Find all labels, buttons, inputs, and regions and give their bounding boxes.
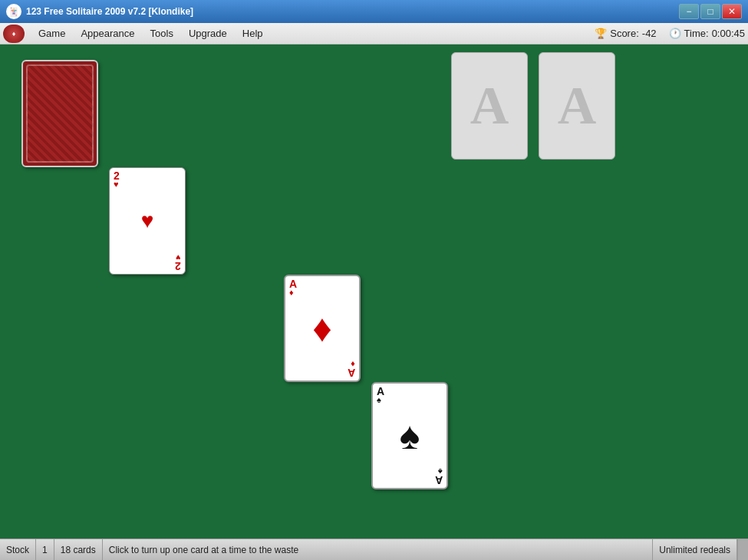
titlebar-left: 🃏 123 Free Solitaire 2009 v7.2 [Klondike… <box>6 4 193 19</box>
suit-bot: ♠ <box>438 467 443 476</box>
stock-status: Stock <box>0 539 36 560</box>
trophy-icon: 🏆 <box>595 28 607 39</box>
suit-center: ♠ <box>400 413 420 458</box>
suit-bot: ♦ <box>351 360 355 368</box>
menu-game[interactable]: Game <box>31 25 73 42</box>
minimize-button[interactable]: − <box>679 4 699 19</box>
menubar: ♦ Game Appearance Tools Upgrade Help 🏆 S… <box>0 23 748 44</box>
maximize-button[interactable]: □ <box>700 4 720 19</box>
window-title: 123 Free Solitaire 2009 v7.2 [Klondike] <box>26 6 193 17</box>
score-label: Score: <box>610 28 639 39</box>
foundation-empty-a: A <box>470 75 509 137</box>
score-area: 🏆 Score: -42 🕐 Time: 0:00:45 <box>595 28 745 39</box>
time-label: Time: <box>684 28 709 39</box>
foundation-2-ace-spades[interactable]: A ♠ ♠ A ♠ <box>371 382 448 489</box>
suit-top: ♥ <box>114 180 119 189</box>
foundation-3-empty[interactable]: A <box>451 52 528 160</box>
waste-card-2h[interactable]: 2 ♥ ♥ 2 ♥ <box>109 167 186 275</box>
hint-status: Click to turn up one card at a time to t… <box>103 539 654 560</box>
score-value: -42 <box>642 28 657 39</box>
suit-top: ♠ <box>377 396 381 404</box>
card-count-status: 18 cards <box>54 539 103 560</box>
resize-grip[interactable] <box>737 539 748 561</box>
close-button[interactable]: ✕ <box>722 4 742 19</box>
stock-pile[interactable] <box>21 60 98 167</box>
stock-count-status: 1 <box>36 539 54 560</box>
suit-center: ♦ <box>312 306 332 351</box>
stock-count-value: 1 <box>42 545 48 555</box>
clock-icon: 🕐 <box>669 28 681 39</box>
rank-bot: A <box>348 367 355 378</box>
menu-tools[interactable]: Tools <box>143 25 181 42</box>
suit-center: ♥ <box>141 209 154 233</box>
titlebar: 🃏 123 Free Solitaire 2009 v7.2 [Klondike… <box>0 0 748 23</box>
stock-label: Stock <box>6 545 29 555</box>
hint-text: Click to turn up one card at a time to t… <box>109 545 298 555</box>
titlebar-buttons: − □ ✕ <box>679 4 742 19</box>
redeal-status: Unlimited redeals <box>653 539 737 560</box>
foundation-1-ace-diamonds[interactable]: A ♦ ♦ A ♦ <box>284 275 361 382</box>
card-count-value: 18 cards <box>61 545 96 555</box>
redeal-text: Unlimited redeals <box>659 545 730 555</box>
rank-bot: 2 <box>175 261 181 272</box>
score-block: 🏆 Score: -42 <box>595 28 656 39</box>
foundation-4-empty[interactable]: A <box>539 52 615 160</box>
time-value: 0:00:45 <box>712 28 745 39</box>
time-block: 🕐 Time: 0:00:45 <box>669 28 745 39</box>
menu-appearance[interactable]: Appearance <box>73 25 142 42</box>
app-logo: ♦ <box>3 25 25 43</box>
menu-help[interactable]: Help <box>235 25 271 42</box>
game-area[interactable]: 2 ♥ ♥ 2 ♥ A ♦ ♦ A ♦ A ♠ ♠ A ♠ A A K ♠ <box>0 44 748 539</box>
foundation-empty-a2: A <box>558 75 597 137</box>
statusbar: Stock 1 18 cards Click to turn up one ca… <box>0 539 748 560</box>
app-icon: 🃏 <box>6 4 21 19</box>
suit-bot: ♥ <box>176 253 181 262</box>
menu-upgrade[interactable]: Upgrade <box>181 25 235 42</box>
suit-top: ♦ <box>289 288 294 297</box>
rank-bot: A <box>435 475 443 486</box>
